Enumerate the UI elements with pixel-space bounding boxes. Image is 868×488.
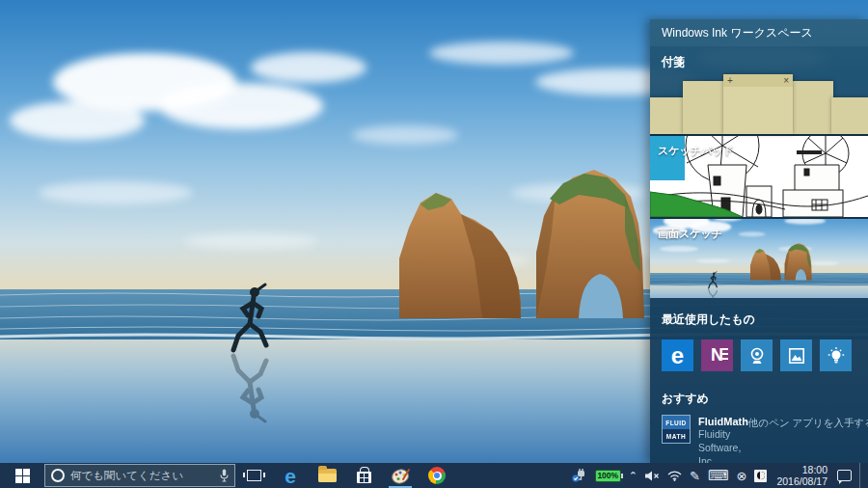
cortana-icon[interactable]: [51, 469, 65, 482]
taskbar: e 1: [0, 463, 868, 488]
clock-time: 18:00: [776, 464, 827, 475]
fluidmath-icon: FLUID MATH: [662, 415, 691, 444]
search-input[interactable]: [70, 470, 214, 481]
start-button[interactable]: [0, 463, 44, 488]
edge-icon: e: [285, 466, 296, 486]
edge-tile[interactable]: e: [662, 339, 693, 371]
note-close-button[interactable]: ×: [783, 76, 789, 86]
action-center-icon[interactable]: [837, 470, 852, 481]
clock-date: 2016/08/17: [776, 475, 827, 487]
panel-title: Windows Ink ワークスペース: [650, 19, 868, 46]
tray-circle-x-icon[interactable]: ⊗: [737, 469, 747, 483]
show-desktop-button[interactable]: [859, 463, 864, 488]
ime-icon[interactable]: [754, 470, 767, 482]
battery-percent: 100%: [597, 471, 618, 480]
suggested-app-row[interactable]: FLUID MATH FluidMath Fluidity Software, …: [650, 411, 868, 463]
file-explorer-icon: [318, 469, 337, 482]
task-view-icon: [247, 470, 261, 481]
suggested-label: おすすめ: [650, 383, 868, 411]
sticky-note: [683, 81, 725, 134]
recent-apps-label: 最近使用したもの: [650, 298, 868, 332]
hidden-icons-chevron[interactable]: ⌃: [629, 470, 637, 482]
taskbar-app-icons: e: [235, 463, 455, 488]
microphone-icon[interactable]: [220, 469, 229, 482]
sticky-note: [650, 97, 685, 134]
pen-workspace-icon[interactable]: ✎: [690, 469, 700, 483]
screen-sketch-thumbnail[interactable]: 画面スケッチ: [650, 219, 868, 298]
tips-tile[interactable]: [820, 339, 852, 371]
photos-icon: [788, 347, 805, 365]
store-button[interactable]: [345, 463, 382, 488]
onenote-tile[interactable]: N: [701, 339, 733, 371]
sketchpad-label-box: [650, 136, 685, 180]
sticky-note-active[interactable]: + ×: [723, 74, 793, 134]
note-add-button[interactable]: +: [727, 76, 733, 86]
tips-lightbulb-icon: [827, 346, 846, 366]
file-explorer-button[interactable]: [309, 463, 345, 488]
sticky-note: [791, 81, 833, 134]
volume-muted-icon[interactable]: [645, 471, 660, 481]
clock[interactable]: 18:00 2016/08/17: [774, 464, 829, 487]
system-tray: 100% ⌃ ✎ ⌨ ⊗ 18:00 2016/08/17: [572, 463, 868, 488]
sticky-notes-preview[interactable]: + ×: [650, 74, 868, 134]
wifi-icon[interactable]: [667, 471, 682, 481]
edge-icon: e: [671, 342, 684, 369]
recent-apps-row: e N: [650, 332, 868, 383]
taskbar-search-box[interactable]: [44, 464, 235, 487]
chrome-button[interactable]: [419, 463, 455, 488]
onenote-tabs: [722, 348, 728, 360]
maps-icon: [747, 346, 767, 366]
sticky-note: [831, 97, 868, 134]
fresh-paint-button[interactable]: [382, 463, 419, 488]
fresh-paint-icon: [391, 466, 411, 486]
store-icon: [357, 472, 371, 483]
chrome-icon: [428, 467, 446, 484]
suggested-app-publisher: Fluidity Software, Inc.: [698, 428, 748, 463]
touch-keyboard-icon[interactable]: ⌨: [708, 467, 729, 484]
photos-tile[interactable]: [780, 339, 812, 371]
sticky-notes-label: 付箋: [650, 46, 868, 74]
get-more-pen-apps-link[interactable]: 他のペン アプリを入手する: [748, 417, 868, 430]
windows-logo-icon: [15, 469, 30, 483]
suggested-app-name: FluidMath: [698, 415, 748, 428]
sketchpad-thumbnail[interactable]: スケッチパッド: [650, 136, 868, 217]
windows-ink-workspace-panel: Windows Ink ワークスペース 付箋 + ×: [650, 19, 868, 463]
edge-taskbar-button[interactable]: e: [272, 463, 309, 488]
task-view-button[interactable]: [235, 463, 272, 488]
power-plug-icon[interactable]: [572, 469, 587, 482]
battery-indicator[interactable]: 100%: [595, 470, 621, 482]
screen-sketch-label: 画面スケッチ: [658, 227, 722, 241]
maps-tile[interactable]: [741, 339, 773, 371]
sketchpad-label: スケッチパッド: [658, 144, 734, 158]
